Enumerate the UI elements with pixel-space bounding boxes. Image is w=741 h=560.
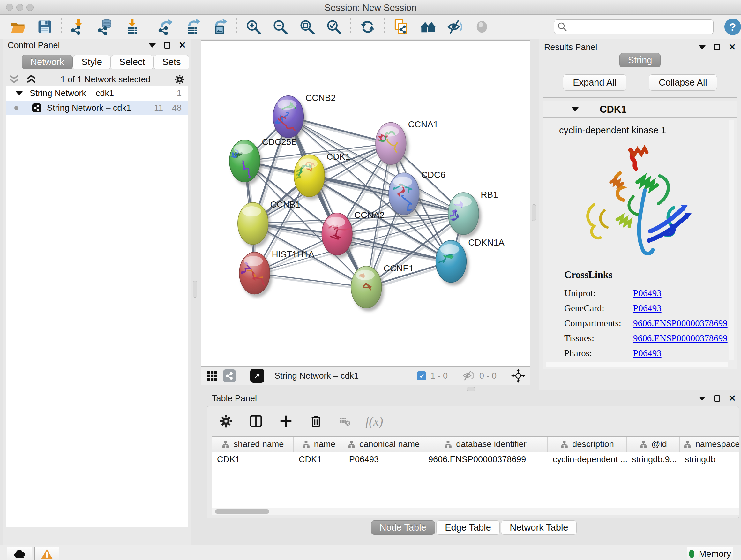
refresh-button[interactable] bbox=[359, 18, 377, 36]
crosslink-link[interactable]: P06493 bbox=[633, 288, 662, 299]
birdseye-navigator-icon[interactable] bbox=[511, 368, 526, 383]
grid-view-icon[interactable] bbox=[206, 369, 219, 382]
table-cell[interactable]: P06493 bbox=[344, 455, 423, 464]
right-splitter-grip[interactable] bbox=[532, 204, 536, 221]
float-panel-icon[interactable] bbox=[714, 44, 720, 51]
hidden-elements-icon[interactable] bbox=[462, 370, 475, 381]
selected-nodes-checkbox[interactable] bbox=[417, 371, 426, 380]
network-node-CCNE1[interactable] bbox=[351, 266, 382, 308]
section-expander-icon[interactable] bbox=[571, 107, 579, 111]
network-node-CCNB2[interactable] bbox=[273, 96, 304, 138]
column-header[interactable]: @id bbox=[627, 437, 680, 452]
network-node-CCNA2[interactable] bbox=[322, 213, 352, 255]
collapse-panel-icon[interactable] bbox=[149, 44, 156, 48]
zoom-fit-button[interactable] bbox=[298, 18, 316, 36]
close-panel-icon[interactable]: ✕ bbox=[729, 395, 736, 401]
left-splitter-grip[interactable] bbox=[193, 281, 197, 298]
expand-all-networks-icon[interactable] bbox=[8, 75, 20, 84]
float-panel-icon[interactable] bbox=[714, 395, 720, 401]
network-node-CDC25B[interactable] bbox=[229, 140, 260, 182]
warnings-button[interactable] bbox=[35, 547, 59, 560]
new-network-from-selection-button[interactable] bbox=[393, 18, 410, 36]
crosslink-link[interactable]: 9606.ENSP00000378699 bbox=[633, 318, 728, 328]
tab-string[interactable]: String bbox=[619, 53, 661, 67]
crosslink-link[interactable]: P06493 bbox=[633, 348, 662, 359]
network-options-gear-icon[interactable] bbox=[174, 74, 185, 85]
table-row[interactable]: CDK1CDK1P064939606.ENSP00000378699cyclin… bbox=[212, 452, 739, 467]
crosslink-link[interactable]: 9606.ENSP00000378699 bbox=[633, 333, 728, 344]
results-horizontal-scrollbar[interactable] bbox=[546, 362, 728, 367]
collapse-panel-icon[interactable] bbox=[698, 396, 705, 401]
table-cell[interactable]: CDK1 bbox=[293, 455, 344, 464]
collapse-all-networks-icon[interactable] bbox=[25, 75, 37, 84]
table-settings-button[interactable] bbox=[218, 413, 234, 429]
network-node-CCNB1[interactable] bbox=[238, 202, 268, 245]
node-details-header[interactable]: CDK1 bbox=[543, 101, 737, 118]
memory-button[interactable]: Memory bbox=[687, 547, 733, 560]
tab-select[interactable]: Select bbox=[111, 55, 154, 69]
export-image-button[interactable] bbox=[211, 18, 228, 36]
close-panel-icon[interactable]: ✕ bbox=[179, 42, 186, 49]
table-cell[interactable]: stringdb:9... bbox=[627, 455, 680, 464]
network-node-RB1[interactable] bbox=[448, 192, 479, 235]
network-collection-row[interactable]: String Network – cdk1 1 bbox=[6, 86, 188, 101]
delete-column-button[interactable] bbox=[308, 413, 324, 429]
network-view-icon[interactable] bbox=[223, 369, 236, 382]
network-node-CDK1[interactable] bbox=[294, 154, 325, 197]
show-all-button[interactable] bbox=[473, 18, 491, 36]
tab-network-table[interactable]: Network Table bbox=[501, 520, 577, 535]
scrollbar-thumb[interactable] bbox=[215, 509, 269, 514]
results-vertical-scrollbar[interactable] bbox=[729, 120, 734, 361]
tab-edge-table[interactable]: Edge Table bbox=[436, 520, 500, 535]
import-network-database-button[interactable] bbox=[96, 18, 114, 36]
zoom-selected-button[interactable] bbox=[325, 18, 343, 36]
network-node-CDKN1A[interactable] bbox=[436, 240, 467, 283]
collapse-all-button[interactable]: Collapse All bbox=[649, 74, 717, 91]
import-network-file-button[interactable] bbox=[70, 18, 87, 36]
show-columns-button[interactable] bbox=[248, 413, 264, 429]
column-header[interactable]: name bbox=[293, 437, 344, 452]
network-graph[interactable]: CCNB2CCNA1CDC25BCDK1CDC6RB1CCNB1CCNA2CDK… bbox=[201, 41, 530, 366]
tree-expander-icon[interactable] bbox=[16, 91, 23, 96]
column-header[interactable]: canonical name bbox=[344, 437, 423, 452]
network-row[interactable]: String Network – cdk1 11 48 bbox=[6, 101, 188, 115]
add-column-button[interactable] bbox=[278, 413, 294, 429]
table-cell[interactable]: 9606.ENSP00000378699 bbox=[423, 455, 548, 464]
network-view[interactable]: CCNB2CCNA1CDC25BCDK1CDC6RB1CCNB1CCNA2CDK… bbox=[201, 40, 530, 367]
import-table-button[interactable] bbox=[123, 18, 141, 36]
expand-all-button[interactable]: Expand All bbox=[563, 74, 626, 91]
column-header[interactable]: shared name bbox=[212, 437, 293, 452]
export-table-button[interactable] bbox=[184, 18, 202, 36]
open-session-button[interactable] bbox=[9, 18, 27, 36]
detach-view-icon[interactable] bbox=[250, 369, 264, 383]
collapse-panel-icon[interactable] bbox=[698, 45, 705, 50]
float-panel-icon[interactable] bbox=[164, 42, 171, 49]
table-cell[interactable]: cyclin-dependent ... bbox=[548, 455, 627, 464]
column-header[interactable]: namespace bbox=[680, 437, 739, 452]
table-cell[interactable]: stringdb bbox=[680, 455, 739, 464]
tab-style[interactable]: Style bbox=[73, 55, 111, 69]
function-builder-button[interactable]: f(x) bbox=[365, 414, 383, 429]
zoom-out-button[interactable] bbox=[271, 18, 289, 36]
tab-network[interactable]: Network bbox=[22, 55, 73, 69]
export-network-button[interactable] bbox=[157, 18, 175, 36]
crosslink-link[interactable]: P06493 bbox=[633, 303, 662, 314]
help-button[interactable]: ? bbox=[724, 18, 741, 35]
zoom-in-button[interactable] bbox=[245, 18, 262, 36]
delete-table-button[interactable] bbox=[338, 415, 351, 428]
network-node-HIST1H1A[interactable] bbox=[239, 252, 270, 294]
column-header[interactable]: description bbox=[548, 437, 627, 452]
houses-button[interactable] bbox=[419, 18, 437, 36]
table-horizontal-scrollbar[interactable] bbox=[212, 508, 739, 515]
hide-selected-button[interactable] bbox=[446, 18, 464, 36]
tab-node-table[interactable]: Node Table bbox=[371, 520, 435, 535]
column-header[interactable]: database identifier bbox=[423, 437, 548, 452]
table-cell[interactable]: CDK1 bbox=[212, 455, 293, 464]
search-input[interactable] bbox=[554, 19, 714, 34]
network-node-CDC6[interactable] bbox=[389, 173, 419, 215]
close-panel-icon[interactable]: ✕ bbox=[729, 44, 736, 51]
bottom-splitter-grip[interactable] bbox=[467, 387, 475, 391]
save-session-button[interactable] bbox=[36, 18, 54, 36]
cloud-status-button[interactable] bbox=[7, 547, 32, 560]
tab-sets[interactable]: Sets bbox=[153, 55, 189, 69]
